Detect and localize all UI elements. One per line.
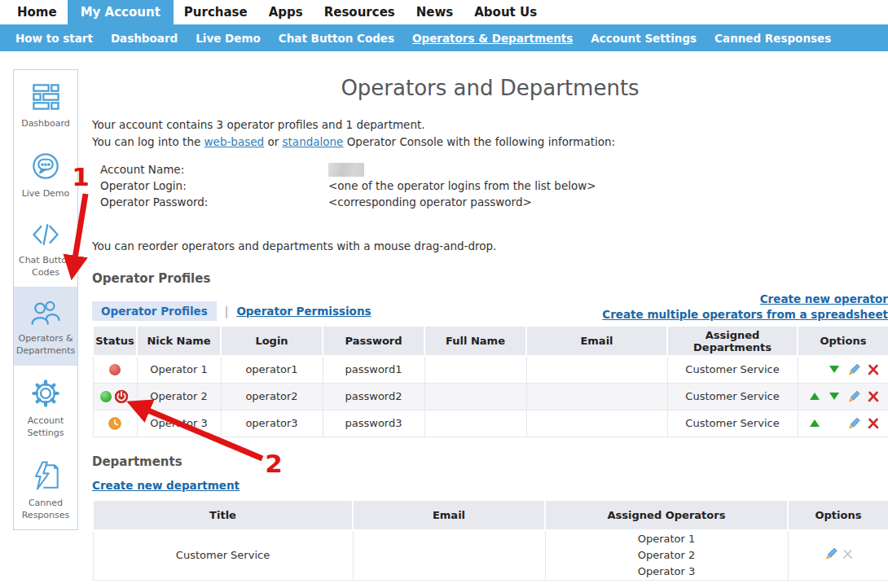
sub-nav-how-to-start[interactable]: How to start xyxy=(7,32,102,45)
sub-nav-live-demo[interactable]: Live Demo xyxy=(187,32,270,45)
operator-row-2[interactable]: Operator 2 operator2 password2 Customer … xyxy=(93,383,888,410)
full-name-cell xyxy=(424,410,526,437)
gear-icon xyxy=(28,375,64,411)
operator-tabs: Operator Profiles | Operator Permissions xyxy=(92,301,371,321)
col-email: Email xyxy=(353,501,545,530)
intro-line-1: Your account contains 3 operator profile… xyxy=(92,116,888,134)
sub-nav-dashboard[interactable]: Dashboard xyxy=(102,32,187,45)
sub-nav-chat-button-codes[interactable]: Chat Button Codes xyxy=(270,32,403,45)
sub-nav-operators-departments[interactable]: Operators & Departments xyxy=(403,32,582,45)
edit-pencil-icon[interactable] xyxy=(824,547,837,563)
departments-table-header: Title Email Assigned Operators Options xyxy=(93,501,888,530)
sidebar-item-dashboard[interactable]: Dashboard xyxy=(14,70,77,138)
email-cell xyxy=(526,410,667,437)
chat-bubble-icon xyxy=(28,148,64,184)
email-cell xyxy=(526,356,667,383)
reorder-note: You can reorder operators and department… xyxy=(92,239,888,252)
delete-x-icon[interactable] xyxy=(865,417,882,430)
standalone-link[interactable]: standalone xyxy=(283,135,344,148)
top-nav-home[interactable]: Home xyxy=(7,0,68,24)
tab-operator-permissions[interactable]: Operator Permissions xyxy=(236,305,371,318)
top-nav: Home My Account Purchase Apps Resources … xyxy=(0,0,888,24)
tab-operator-profiles[interactable]: Operator Profiles xyxy=(92,301,217,321)
departments-cell: Customer Service xyxy=(667,410,798,437)
login-cell: operator1 xyxy=(221,356,323,383)
email-cell xyxy=(526,383,667,410)
top-nav-news[interactable]: News xyxy=(406,0,464,24)
create-multiple-operators-link[interactable]: Create multiple operators from a spreads… xyxy=(602,308,888,321)
intro-text: Your account contains 3 operator profile… xyxy=(92,116,888,151)
col-assigned-departments: Assigned Departments xyxy=(667,327,798,356)
account-info: Account Name: Operator Login: <one of th… xyxy=(100,161,888,210)
logout-power-icon[interactable] xyxy=(113,388,130,405)
departments-table: Title Email Assigned Operators Options C… xyxy=(92,501,888,581)
create-new-operator-link[interactable]: Create new operator xyxy=(760,292,888,305)
operators-table-header: Status Nick Name Login Password Full Nam… xyxy=(93,327,888,356)
nick-name-cell: Operator 1 xyxy=(137,356,221,383)
sub-nav-canned-responses[interactable]: Canned Responses xyxy=(706,32,840,45)
col-login: Login xyxy=(221,327,323,356)
page-title: Operators and Departments xyxy=(92,76,888,100)
operator-login-value: <one of the operator logins from the lis… xyxy=(328,179,596,192)
col-assigned-operators: Assigned Operators xyxy=(545,501,788,530)
status-offline-icon xyxy=(109,364,121,375)
sidebar-item-account-settings[interactable]: Account Settings xyxy=(14,366,77,448)
login-cell: operator3 xyxy=(221,410,323,437)
sidebar-item-chat-button-codes[interactable]: Chat Button Codes xyxy=(14,208,77,287)
operator-row-1[interactable]: Operator 1 operator1 password1 Customer … xyxy=(93,356,888,383)
web-based-link[interactable]: web-based xyxy=(204,135,265,148)
col-options: Options xyxy=(788,501,888,530)
department-row-1[interactable]: Customer Service Operator 1 Operator 2 O… xyxy=(93,530,888,581)
move-up-icon[interactable] xyxy=(807,390,824,403)
top-nav-about-us[interactable]: About Us xyxy=(464,0,547,24)
nick-name-cell: Operator 3 xyxy=(137,410,221,437)
col-options: Options xyxy=(798,327,888,356)
sidebar-item-live-demo[interactable]: Live Demo xyxy=(14,138,77,208)
account-name-label: Account Name: xyxy=(100,163,328,176)
move-down-icon[interactable] xyxy=(826,390,843,403)
operator-row-3[interactable]: Operator 3 operator3 password3 Customer … xyxy=(93,410,888,437)
sidebar-item-canned-responses[interactable]: Canned Responses xyxy=(14,448,77,530)
move-down-icon[interactable] xyxy=(826,363,843,376)
full-name-cell xyxy=(424,383,526,410)
edit-pencil-icon[interactable] xyxy=(846,363,863,376)
top-nav-my-account[interactable]: My Account xyxy=(68,0,174,24)
col-password: Password xyxy=(323,327,424,356)
edit-pencil-icon[interactable] xyxy=(846,390,863,403)
nick-name-cell: Operator 2 xyxy=(137,383,221,410)
departments-cell: Customer Service xyxy=(667,383,798,410)
sidebar-item-label: Live Demo xyxy=(16,188,75,200)
main-content: Operators and Departments Your account c… xyxy=(92,69,888,581)
delete-x-disabled-icon xyxy=(842,549,853,562)
top-nav-resources[interactable]: Resources xyxy=(314,0,406,24)
password-cell: password3 xyxy=(323,410,424,437)
move-up-icon[interactable] xyxy=(807,417,824,430)
top-nav-purchase[interactable]: Purchase xyxy=(174,0,258,24)
col-status: Status xyxy=(93,327,137,356)
col-nick-name: Nick Name xyxy=(137,327,221,356)
sidebar-item-label: Chat Button Codes xyxy=(16,255,75,279)
operator-password-value: <corresponding operator password> xyxy=(328,195,532,208)
create-new-department-link[interactable]: Create new department xyxy=(92,479,240,492)
department-email-cell xyxy=(353,530,545,581)
sidebar-item-label: Dashboard xyxy=(16,118,75,130)
password-cell: password2 xyxy=(323,383,424,410)
edit-pencil-icon[interactable] xyxy=(846,417,863,430)
top-nav-apps[interactable]: Apps xyxy=(258,0,314,24)
delete-x-icon[interactable] xyxy=(865,390,882,403)
full-name-cell xyxy=(424,356,526,383)
status-online-icon xyxy=(100,391,112,402)
lightning-page-icon xyxy=(28,458,64,494)
sub-nav-account-settings[interactable]: Account Settings xyxy=(582,32,706,45)
create-operator-links: Create new operator Create multiple oper… xyxy=(602,292,888,321)
sidebar: Dashboard Live Demo Chat Button Codes xyxy=(13,69,78,530)
operator-profiles-heading: Operator Profiles xyxy=(92,271,888,286)
tab-separator: | xyxy=(225,305,229,318)
sidebar-item-operators-departments[interactable]: Operators & Departments xyxy=(14,287,77,366)
password-cell: password1 xyxy=(323,356,424,383)
sidebar-item-label: Canned Responses xyxy=(16,498,75,522)
account-name-redacted-value xyxy=(328,163,364,177)
account-name-row: Account Name: xyxy=(100,161,888,178)
delete-x-icon[interactable] xyxy=(865,363,882,376)
operator-login-label: Operator Login: xyxy=(100,179,328,192)
